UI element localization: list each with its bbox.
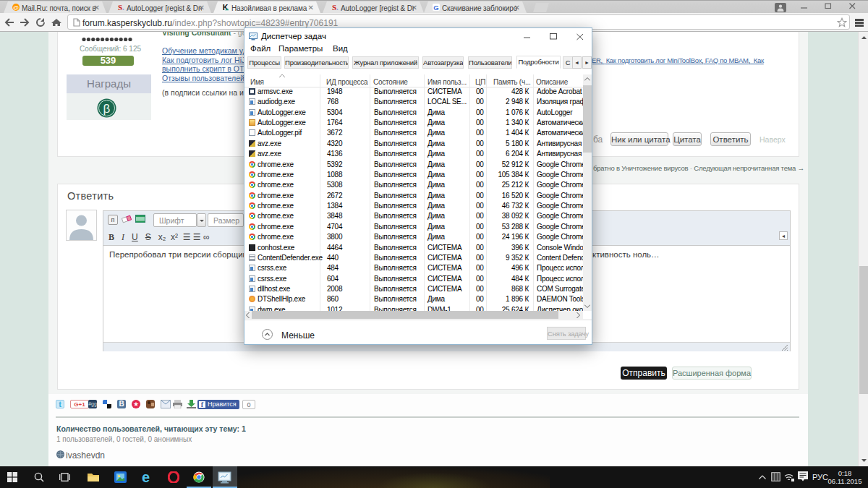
svg-text:z: z (122, 7, 124, 11)
svg-text:G: G (433, 4, 438, 11)
svg-text:z: z (336, 7, 339, 11)
svg-text:β: β (103, 102, 111, 116)
svg-text:S: S (332, 4, 336, 11)
svg-text:S: S (118, 4, 122, 11)
svg-text:@: @ (13, 4, 19, 11)
